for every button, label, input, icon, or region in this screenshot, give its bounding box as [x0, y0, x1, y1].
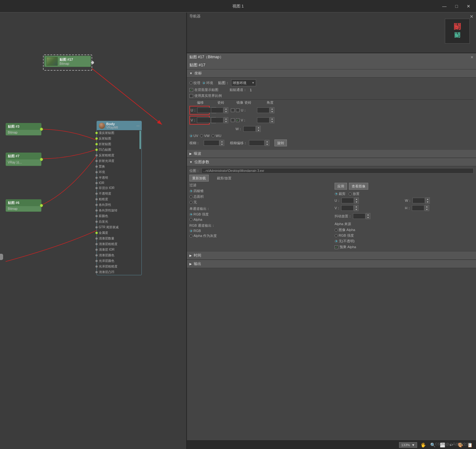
angle-w-down[interactable]: ▼ [256, 129, 260, 132]
body-socket-3[interactable]: 凹凸贴图 [97, 147, 141, 153]
rgb-intensity-alpha-radio[interactable]: RGB 强度 [335, 233, 474, 238]
rotate-button[interactable]: 旋转 [274, 139, 287, 146]
alpha-gray-circle[interactable] [189, 234, 193, 238]
tile-u-down[interactable]: ▼ [224, 110, 228, 113]
h-crop-spinner[interactable]: 1.0 ▲ ▼ [412, 205, 429, 211]
tile-v-box[interactable] [236, 118, 240, 122]
body-socket-25[interactable]: 清漆层凸凹 [97, 269, 141, 275]
h-crop-up[interactable]: ▲ [425, 205, 429, 208]
bitmap17-node-selection[interactable]: 贴图 #17 Bitmap [43, 54, 92, 71]
bitmap6-output-dot[interactable] [40, 204, 43, 207]
radio-wu[interactable]: WU [212, 134, 221, 138]
tile-v-down[interactable]: ▼ [224, 120, 228, 123]
v-crop-down[interactable]: ▼ [354, 208, 358, 211]
blur-spinner[interactable]: 1.0 ▲ ▼ [204, 140, 224, 146]
w-crop-arrows[interactable]: ▲ ▼ [425, 197, 430, 204]
tile-u-up[interactable]: ▲ [224, 107, 228, 110]
mirror-v-box[interactable] [231, 118, 235, 122]
offset-v-input[interactable]: 0.0 [197, 117, 211, 123]
h-crop-down[interactable]: ▼ [425, 208, 429, 211]
navigator-close-btn[interactable]: ✕ [470, 14, 474, 19]
left-dot-extra[interactable] [0, 254, 3, 260]
bitmap17-node[interactable]: 贴图 #17 Bitmap [44, 56, 91, 67]
w-crop-up[interactable]: ▲ [426, 198, 430, 201]
scrollbar-indicator[interactable] [140, 130, 141, 149]
blur-offset-up[interactable]: ▲ [265, 140, 269, 143]
body-socket-0[interactable]: 漫反射贴图 [97, 130, 141, 136]
section-output-header[interactable]: ▶ 输出 [187, 260, 476, 268]
body-socket-11[interactable]: 不透明度 [97, 191, 141, 196]
tile-u-box[interactable] [236, 108, 240, 112]
body-socket-5[interactable]: 折射光泽度 [97, 158, 141, 164]
tile-v-spinner[interactable]: 1.0 ▲ ▼ [211, 117, 228, 123]
blur-arrows[interactable]: ▲ ▼ [220, 140, 224, 146]
u-crop-spinner[interactable]: 0.0 ▲ ▼ [341, 197, 359, 204]
zoom-level-display[interactable]: 133% ▼ [399, 442, 417, 448]
rgb-intensity-circle[interactable] [189, 213, 193, 216]
bitmap7-node[interactable]: 贴图 #7 VRay 法... [6, 153, 41, 166]
alpha-gray-radio[interactable]: Alpha 作为灰度 [189, 234, 328, 238]
body-socket-12[interactable]: 粗糙度 [97, 196, 141, 202]
body-collapse-btn[interactable]: — [136, 124, 140, 127]
w-crop-input[interactable]: 0.0 [412, 198, 425, 203]
bitmap7-output-dot[interactable] [40, 158, 43, 161]
blur-offset-input[interactable]: 0.0 [249, 140, 264, 146]
blur-down[interactable]: ▼ [220, 143, 224, 146]
blur-offset-arrows[interactable]: ▲ ▼ [265, 140, 269, 146]
jitter-spinner[interactable]: 1.0 ▲ ▼ [353, 213, 370, 219]
radio-env[interactable]: 环境 [202, 81, 213, 85]
jitter-up[interactable]: ▲ [366, 213, 370, 216]
tile-v-input[interactable]: 1.0 [211, 117, 223, 123]
w-crop-down[interactable]: ▼ [426, 201, 430, 203]
angle-u-spinner[interactable]: 0.0 ▲ ▼ [257, 107, 274, 113]
filter-none-circle[interactable] [189, 201, 193, 204]
bitmap6-node[interactable]: 贴图 #6 Bitmap [6, 199, 41, 212]
tile-v-up[interactable]: ▲ [224, 117, 228, 120]
blur-input[interactable]: 1.0 [204, 140, 219, 146]
rgb-intensity-radio[interactable]: RGB 强度 [189, 212, 328, 217]
minimize-button[interactable]: — [440, 3, 449, 9]
jitter-down[interactable]: ▼ [366, 216, 370, 219]
radio-wu-circle[interactable] [212, 134, 215, 137]
filter-none[interactable]: 无 [189, 200, 328, 205]
image-alpha-radio[interactable]: 图像 Alpha [335, 228, 474, 232]
filter-quad[interactable]: 四棱锥 [189, 189, 328, 193]
body-socket-21[interactable]: 清漆层 IOR [97, 247, 141, 253]
premultiplied-alpha-box[interactable] [335, 245, 338, 249]
body-socket-2[interactable]: 折射贴图 [97, 141, 141, 147]
real-world-scale-box[interactable] [189, 94, 193, 98]
jitter-arrows[interactable]: ▲ ▼ [366, 213, 370, 219]
close-button[interactable]: ✕ [465, 3, 472, 9]
view-image-button[interactable]: 查看图像 [349, 183, 368, 190]
crop-radio[interactable]: 裁剪 [335, 191, 345, 196]
section-noise-header[interactable]: ▶ 噪波 [187, 150, 476, 158]
crop-circle[interactable] [335, 192, 338, 196]
angle-w-up[interactable]: ▲ [256, 126, 260, 129]
body-node[interactable]: Body VRayMtl — 漫反射贴图反射贴图折射贴图凹凸贴图反射粗糙度折射光… [97, 121, 142, 275]
v-crop-up[interactable]: ▲ [354, 205, 358, 208]
body-socket-6[interactable]: 置换 [97, 164, 141, 169]
w-crop-spinner[interactable]: 0.0 ▲ ▼ [412, 197, 430, 204]
mirror-u-box[interactable] [231, 108, 235, 112]
body-socket-4[interactable]: 反射粗糙度 [97, 153, 141, 158]
angle-u-up[interactable]: ▲ [270, 107, 274, 110]
rgb-circle[interactable] [189, 229, 193, 232]
v-crop-arrows[interactable]: ▲ ▼ [354, 205, 359, 211]
angle-u-arrows[interactable]: ▲ ▼ [270, 107, 274, 113]
premultiplied-alpha-checkbox[interactable]: 预乘 Alpha [335, 245, 474, 249]
place-radio[interactable]: 放置 [349, 191, 359, 196]
alpha-radio[interactable]: Alpha [189, 218, 328, 221]
bitmap3-output-dot[interactable] [40, 128, 43, 131]
u-crop-arrows[interactable]: ▲ ▼ [354, 197, 359, 204]
properties-close-btn[interactable]: ✕ [470, 55, 474, 59]
body-socket-20[interactable]: 清漆层粗糙度 [97, 241, 141, 247]
none-alpha-radio[interactable]: 无(不透明) [335, 239, 474, 243]
angle-u-input[interactable]: 0.0 [257, 107, 269, 113]
angle-v-arrows[interactable]: ▲ ▼ [270, 117, 274, 123]
place-circle[interactable] [349, 192, 352, 196]
u-crop-up[interactable]: ▲ [355, 198, 359, 201]
jitter-input[interactable]: 1.0 [353, 213, 365, 219]
rgb-intensity-alpha-circle[interactable] [335, 234, 338, 237]
radio-uv-circle[interactable] [189, 134, 193, 137]
body-socket-14[interactable]: 各向异性旋转 [97, 208, 141, 213]
